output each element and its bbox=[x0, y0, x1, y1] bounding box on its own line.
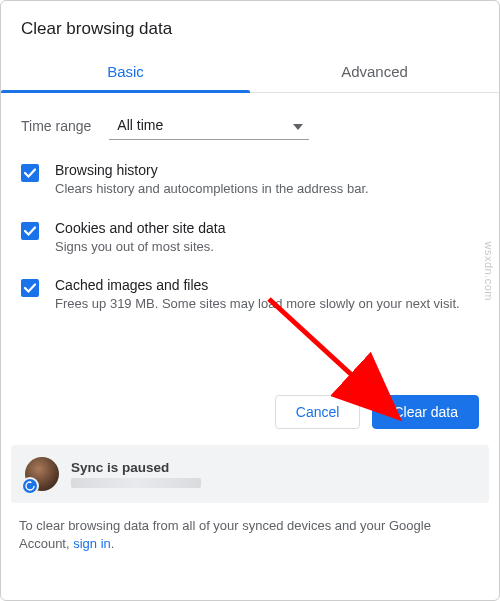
sync-paused-icon bbox=[21, 477, 39, 495]
tab-basic[interactable]: Basic bbox=[1, 53, 250, 92]
option-title: Browsing history bbox=[55, 162, 369, 178]
tabs: Basic Advanced bbox=[1, 53, 499, 93]
watermark: wsxdn.com bbox=[483, 241, 495, 301]
clear-data-button[interactable]: Clear data bbox=[372, 395, 479, 429]
option-title: Cookies and other site data bbox=[55, 220, 225, 236]
footer-note: To clear browsing data from all of your … bbox=[1, 503, 499, 573]
time-range-value: All time bbox=[117, 117, 163, 133]
options-list: Browsing history Clears history and auto… bbox=[1, 144, 499, 313]
time-range-label: Time range bbox=[21, 118, 91, 134]
time-range-select[interactable]: All time bbox=[109, 111, 309, 140]
option-desc: Signs you out of most sites. bbox=[55, 238, 225, 256]
footer-suffix: . bbox=[111, 536, 115, 551]
option-title: Cached images and files bbox=[55, 277, 460, 293]
sync-status-text: Sync is paused bbox=[71, 460, 201, 475]
dialog-title: Clear browsing data bbox=[1, 1, 499, 53]
sign-in-link[interactable]: sign in bbox=[73, 536, 111, 551]
option-browsing-history: Browsing history Clears history and auto… bbox=[21, 162, 479, 198]
option-desc: Frees up 319 MB. Some sites may load mor… bbox=[55, 295, 460, 313]
option-cookies: Cookies and other site data Signs you ou… bbox=[21, 220, 479, 256]
option-desc: Clears history and autocompletions in th… bbox=[55, 180, 369, 198]
tab-advanced[interactable]: Advanced bbox=[250, 53, 499, 92]
sync-account-placeholder bbox=[71, 478, 201, 488]
checkbox-cached[interactable] bbox=[21, 279, 39, 297]
chevron-down-icon bbox=[293, 117, 303, 133]
time-range-row: Time range All time bbox=[1, 93, 499, 144]
checkbox-cookies[interactable] bbox=[21, 222, 39, 240]
option-cached: Cached images and files Frees up 319 MB.… bbox=[21, 277, 479, 313]
checkbox-browsing-history[interactable] bbox=[21, 164, 39, 182]
dialog-actions: Cancel Clear data bbox=[1, 335, 499, 445]
cancel-button[interactable]: Cancel bbox=[275, 395, 361, 429]
avatar bbox=[25, 457, 59, 491]
sync-status-box: Sync is paused bbox=[11, 445, 489, 503]
